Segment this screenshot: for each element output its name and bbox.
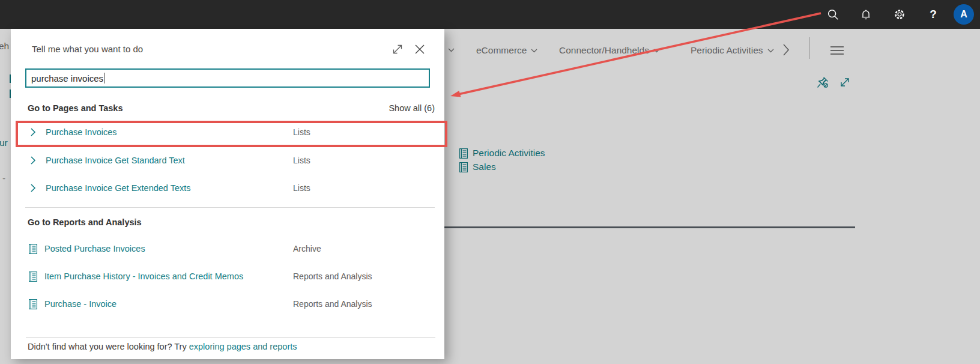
show-all-link[interactable]: Show all (6) — [389, 103, 435, 113]
search-input-value: purchase invoices — [31, 73, 103, 83]
gear-icon — [893, 8, 906, 21]
result-category: Archive — [293, 244, 321, 253]
result-category: Lists — [293, 156, 310, 165]
search-icon — [826, 8, 839, 21]
search-result-row[interactable]: Item Purchase History - Invoices and Cre… — [11, 269, 444, 284]
chevron-right-icon — [30, 156, 40, 165]
result-category: Reports and Analysis — [293, 299, 372, 309]
report-icon — [29, 299, 38, 309]
section-divider — [25, 207, 435, 208]
section-header-reports-analysis: Go to Reports and Analysis — [28, 217, 142, 227]
expand-icon — [392, 43, 404, 55]
close-icon — [414, 44, 425, 55]
tell-me-search-input[interactable]: purchase invoices — [25, 68, 430, 88]
result-link[interactable]: Purchase Invoices — [46, 127, 116, 137]
search-result-row[interactable]: Posted Purchase Invoices Archive — [11, 241, 444, 256]
notifications-button[interactable] — [859, 7, 873, 22]
search-result-row[interactable]: Purchase Invoice Get Standard Text Lists — [11, 153, 444, 168]
explore-pages-reports-link[interactable]: exploring pages and reports — [189, 342, 297, 351]
search-result-row[interactable]: Purchase Invoices Lists — [11, 125, 444, 139]
result-category: Reports and Analysis — [293, 271, 372, 281]
footer-divider — [26, 337, 435, 338]
top-navigation-bar: ? A — [0, 0, 980, 29]
expand-dialog-button[interactable] — [392, 43, 404, 55]
dialog-footer: Didn't find what you were looking for? T… — [28, 342, 297, 351]
result-link[interactable]: Purchase Invoice Get Standard Text — [46, 156, 185, 165]
help-button[interactable]: ? — [926, 7, 940, 22]
search-button[interactable] — [826, 7, 840, 22]
result-category: Lists — [293, 127, 310, 137]
close-dialog-button[interactable] — [414, 44, 425, 55]
chevron-right-icon — [30, 183, 40, 193]
search-result-row[interactable]: Purchase Invoice Get Extended Texts List… — [11, 181, 444, 195]
chevron-right-icon — [30, 127, 40, 137]
result-category: Lists — [293, 183, 310, 193]
dialog-title: Tell me what you want to do — [32, 44, 143, 54]
result-link[interactable]: Posted Purchase Invoices — [44, 244, 145, 253]
result-link[interactable]: Item Purchase History - Invoices and Cre… — [44, 271, 243, 281]
search-result-row[interactable]: Purchase - Invoice Reports and Analysis — [11, 297, 444, 311]
text-caret — [104, 73, 104, 83]
footer-text: Didn't find what you were looking for? T… — [28, 342, 189, 351]
result-link[interactable]: Purchase - Invoice — [44, 299, 116, 309]
result-link[interactable]: Purchase Invoice Get Extended Texts — [46, 183, 191, 193]
report-icon — [29, 271, 38, 282]
report-icon — [29, 244, 38, 254]
settings-button[interactable] — [892, 7, 907, 22]
question-mark-icon: ? — [930, 8, 937, 21]
avatar-initial: A — [960, 9, 967, 20]
bell-icon — [859, 8, 873, 21]
account-avatar[interactable]: A — [954, 4, 974, 25]
section-header-pages-tasks: Go to Pages and Tasks — [28, 103, 122, 113]
tell-me-dialog: Tell me what you want to do purchase inv… — [11, 29, 444, 359]
